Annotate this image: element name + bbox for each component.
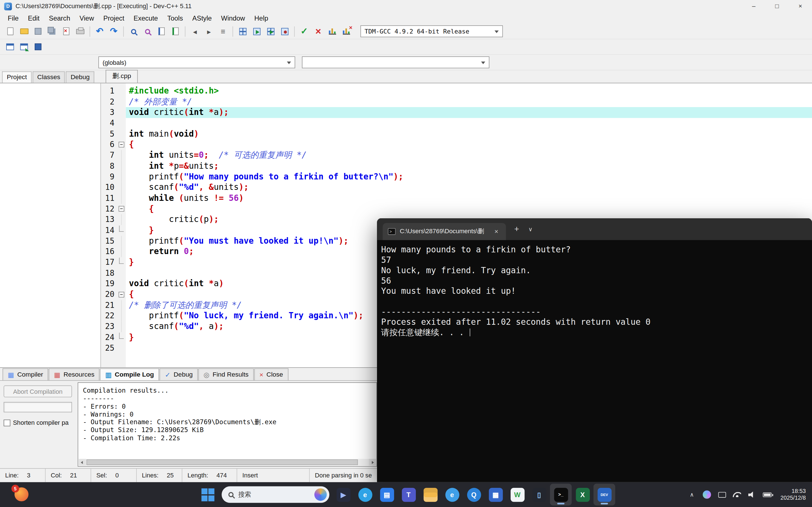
goto-bookmark-button[interactable]: [31, 40, 45, 54]
compile-button[interactable]: [236, 24, 250, 38]
line-number[interactable]: 23: [101, 321, 116, 332]
line-number[interactable]: 9: [101, 172, 116, 182]
compile-and-run-button[interactable]: [264, 24, 278, 38]
code-line[interactable]: 1#include <stdio.h>: [101, 86, 812, 97]
copilot-icon[interactable]: [703, 490, 711, 499]
menu-file[interactable]: File: [3, 13, 23, 23]
line-number[interactable]: 6: [101, 139, 116, 150]
tray-chevron-icon[interactable]: ∧: [688, 491, 696, 498]
fold-margin[interactable]: [116, 193, 126, 204]
fold-margin[interactable]: [116, 161, 126, 172]
fold-margin[interactable]: [116, 300, 126, 311]
taskbar-app-edge[interactable]: e: [354, 484, 376, 505]
cast-icon[interactable]: [718, 492, 726, 497]
taskbar-app-teams[interactable]: T: [398, 484, 419, 505]
code-text[interactable]: {: [126, 139, 812, 150]
line-number[interactable]: 8: [101, 161, 116, 172]
code-text[interactable]: while (units != 56): [126, 193, 812, 204]
menu-astyle[interactable]: AStyle: [188, 13, 216, 23]
line-number[interactable]: 14: [101, 225, 116, 236]
search-box[interactable]: 搜索: [221, 487, 329, 503]
code-text[interactable]: /* 外部变量 */: [126, 97, 812, 107]
tab-resources[interactable]: ▦Resources: [49, 369, 100, 380]
volume-icon[interactable]: [748, 492, 756, 498]
code-line[interactable]: 2/* 外部变量 */: [101, 97, 812, 107]
code-line[interactable]: 7 int units=0; /* 可选的重复声明 */: [101, 150, 812, 161]
save-all-button[interactable]: [45, 24, 59, 38]
code-text[interactable]: #include <stdio.h>: [126, 86, 812, 97]
fold-margin[interactable]: [116, 204, 126, 214]
line-number[interactable]: 17: [101, 257, 116, 268]
taskbar-app-microsoft-store[interactable]: ▤: [376, 484, 398, 505]
tab-find-results[interactable]: ◎Find Results: [199, 369, 254, 380]
line-number[interactable]: 19: [101, 279, 116, 289]
fold-margin[interactable]: [116, 279, 126, 289]
taskbar-app-terminal[interactable]: >_: [550, 484, 572, 505]
taskbar-app-dev-tool[interactable]: ▦: [485, 484, 506, 505]
line-number[interactable]: 7: [101, 150, 116, 161]
tab-menu-chevron-icon[interactable]: ∨: [528, 226, 532, 233]
fold-margin[interactable]: [116, 332, 126, 343]
start-button[interactable]: [197, 484, 218, 505]
fold-margin[interactable]: [116, 246, 126, 257]
line-number[interactable]: 15: [101, 236, 116, 246]
scroll-left-icon[interactable]: [79, 459, 86, 466]
editor-tab[interactable]: 删.cpp: [106, 70, 138, 83]
taskbar-app-media-app[interactable]: ▶: [333, 484, 354, 505]
redo-button[interactable]: [107, 24, 121, 38]
project-panel[interactable]: [0, 83, 101, 367]
compile-log-panel[interactable]: Compilation results...--------- Errors: …: [78, 382, 377, 466]
fold-margin[interactable]: [116, 257, 126, 268]
code-line[interactable]: 5int main(void): [101, 129, 812, 139]
code-text[interactable]: void critic(int *a);: [126, 107, 812, 118]
taskbar-app-dev-cpp[interactable]: DEV: [594, 484, 615, 505]
replace-button[interactable]: [140, 24, 154, 38]
toggle-bookmark-button[interactable]: [17, 40, 31, 54]
open-project-button[interactable]: [17, 24, 31, 38]
fold-margin[interactable]: [116, 150, 126, 161]
print-button[interactable]: [73, 24, 87, 38]
console-body[interactable]: How many pounds to a firkin of butter?57…: [377, 240, 812, 338]
code-line[interactable]: 11 while (units != 56): [101, 193, 812, 204]
fold-margin[interactable]: [116, 182, 126, 193]
tab-debug[interactable]: ✓Debug: [160, 369, 198, 380]
members-select[interactable]: [302, 56, 490, 68]
fold-margin[interactable]: [116, 236, 126, 246]
menu-execute[interactable]: Execute: [129, 13, 162, 23]
menu-tools[interactable]: Tools: [163, 13, 188, 23]
fold-margin[interactable]: [116, 107, 126, 118]
minimize-button[interactable]: –: [742, 0, 765, 12]
code-text[interactable]: scanf("%d", &units);: [126, 182, 812, 193]
line-number[interactable]: 12: [101, 204, 116, 214]
scrollbar-thumb[interactable]: [87, 459, 358, 465]
code-text[interactable]: {: [126, 204, 812, 214]
taskbar-app-qq[interactable]: Q: [463, 484, 485, 505]
menu-help[interactable]: Help: [250, 13, 273, 23]
fold-margin[interactable]: [116, 225, 126, 236]
line-number[interactable]: 10: [101, 182, 116, 193]
clock[interactable]: 18:53 2025/12/8: [780, 488, 806, 502]
battery-icon[interactable]: [763, 492, 772, 497]
scroll-right-icon[interactable]: [369, 459, 376, 466]
line-number[interactable]: 25: [101, 343, 116, 353]
line-number[interactable]: 3: [101, 107, 116, 118]
code-text[interactable]: int units=0; /* 可选的重复声明 */: [126, 150, 812, 161]
wifi-icon[interactable]: [733, 492, 741, 497]
taskbar-app-excel[interactable]: X: [572, 484, 594, 505]
menu-view[interactable]: View: [75, 13, 99, 23]
line-number[interactable]: 11: [101, 193, 116, 204]
line-number[interactable]: 5: [101, 129, 116, 139]
fold-margin[interactable]: [116, 311, 126, 321]
rebuild-all-button[interactable]: [277, 24, 292, 38]
code-text[interactable]: int main(void): [126, 129, 812, 139]
shorten-paths-option[interactable]: Shorten compiler pa: [4, 419, 73, 427]
fold-margin[interactable]: [116, 268, 126, 279]
tab-compile-log[interactable]: ▥Compile Log: [100, 369, 159, 380]
code-line[interactable]: 6{: [101, 139, 812, 150]
notification-badge-app[interactable]: 5: [14, 487, 29, 501]
left-tab-debug[interactable]: Debug: [66, 71, 94, 82]
log-horizontal-scrollbar[interactable]: [79, 459, 376, 466]
taskbar-app-browser[interactable]: e: [441, 484, 463, 505]
code-line[interactable]: 9 printf("How many pounds to a firkin of…: [101, 172, 812, 182]
goto-function-button[interactable]: [216, 24, 230, 38]
